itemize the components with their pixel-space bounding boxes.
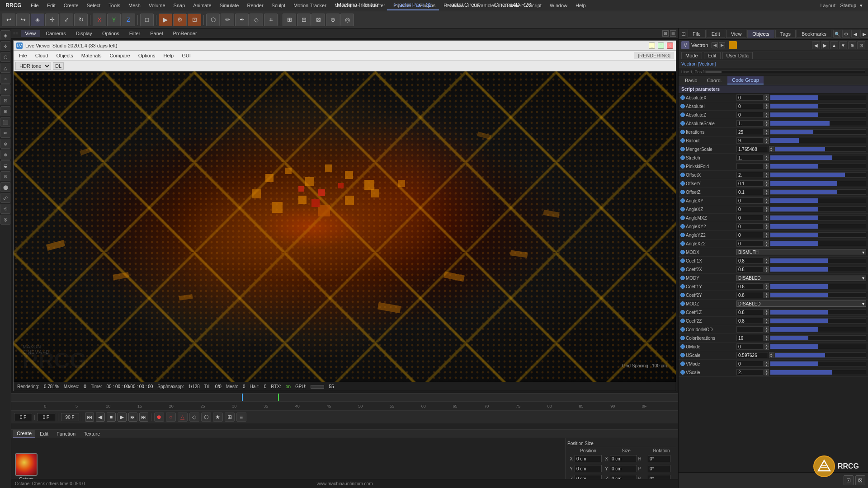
param-coeff2z-slider[interactable] (770, 318, 866, 324)
lv-menu-cloud[interactable]: Cloud (32, 52, 52, 59)
menu-help[interactable]: Help (572, 2, 590, 9)
obj-mode-btn[interactable]: □ (140, 14, 154, 26)
param-anglexz2-input[interactable] (736, 240, 764, 247)
param-down[interactable]: ▾ (764, 347, 769, 350)
param-stretch-input[interactable] (736, 155, 764, 161)
param-up[interactable]: ▴ (764, 326, 769, 329)
menu-snap[interactable]: Snap (170, 2, 189, 9)
rot-h-input[interactable] (648, 455, 670, 462)
tab-fractal-pack[interactable]: Fractal Pack 02 (387, 0, 439, 10)
param-anglexz-slider[interactable] (770, 206, 866, 212)
param-down[interactable]: ▾ (764, 286, 769, 290)
param-up[interactable]: ▴ (764, 292, 769, 295)
param-up[interactable]: ▴ (764, 318, 769, 321)
param-coloriterations-slider[interactable] (770, 335, 866, 341)
param-absolutescale-input[interactable] (736, 120, 764, 127)
param-umode-slider[interactable] (770, 344, 866, 349)
param-absolutei-input[interactable] (736, 103, 764, 109)
lm-14[interactable]: ⟲ (0, 204, 10, 214)
size-x-input[interactable] (610, 455, 637, 462)
param-anglemxz-slider[interactable] (770, 215, 866, 221)
rp-view-tab[interactable]: View (726, 30, 747, 38)
param-down[interactable]: ▾ (764, 226, 769, 230)
param-down[interactable]: ▾ (764, 321, 769, 324)
lm-11[interactable]: ⊙ (0, 171, 10, 181)
param-coloriterations-input[interactable] (736, 335, 764, 341)
lm-move[interactable]: ✛ (0, 41, 10, 51)
param-up[interactable]: ▴ (764, 258, 769, 261)
play-btn[interactable]: ▶ (118, 413, 127, 422)
lv-dl-btn[interactable]: DL (53, 62, 64, 70)
rp-objects-tab[interactable]: Objects (747, 30, 774, 38)
param-vscale-slider[interactable] (770, 370, 866, 375)
lv-menu-objects[interactable]: Objects (52, 52, 76, 59)
param-pinskifold-slider[interactable] (770, 164, 866, 169)
menu-sculpt[interactable]: Sculpt (268, 2, 289, 9)
bt-tab-function[interactable]: Function (53, 430, 79, 437)
param-coeff1x-input[interactable] (736, 258, 764, 264)
param-iterations-slider[interactable] (770, 129, 866, 135)
menu-animate[interactable]: Animate (189, 2, 215, 9)
param-up[interactable]: ▴ (764, 361, 769, 364)
param-absolutei-slider[interactable] (770, 103, 866, 109)
obj-octane[interactable]: Octane (15, 453, 38, 482)
param-down[interactable]: ▾ (764, 192, 769, 195)
rp-nav-right-icon[interactable]: ▶ (860, 30, 868, 38)
lv-menu-help[interactable]: Help (160, 52, 178, 59)
param-down[interactable]: ▾ (764, 338, 769, 341)
param-pinskifold-input[interactable] (736, 163, 764, 169)
param-coeff1z-input[interactable] (736, 309, 764, 315)
param-down[interactable]: ▾ (764, 261, 769, 264)
param-coeff1y-input[interactable] (736, 283, 764, 290)
lm-paint[interactable]: ✏ (0, 128, 10, 138)
param-up[interactable]: ▴ (764, 232, 769, 235)
param-offsety-input[interactable] (736, 180, 764, 187)
tab-cinema4d[interactable]: Cinema4D R20 (487, 0, 538, 10)
param-down[interactable]: ▾ (769, 149, 774, 152)
scale-btn[interactable]: ⤢ (60, 14, 73, 26)
obj-next-btn[interactable]: ▶ (719, 42, 725, 48)
edit-tab[interactable]: Edit (704, 52, 721, 59)
param-up[interactable]: ▴ (764, 369, 769, 372)
lm-8[interactable]: ⊗ (0, 139, 10, 149)
param-up[interactable]: ▴ (764, 163, 769, 166)
lm-10[interactable]: ◒ (0, 160, 10, 170)
layout-dropdown-icon[interactable]: ▾ (860, 3, 863, 9)
rp-nav-left-icon[interactable]: ◀ (851, 30, 859, 38)
extrude-btn[interactable]: ⊞ (283, 14, 296, 26)
timeline-slider[interactable] (11, 394, 678, 402)
pos-x-input[interactable] (575, 455, 602, 462)
rp-tags-tab[interactable]: Tags (775, 30, 796, 38)
param-mengerscale-input[interactable] (736, 146, 768, 152)
param-up[interactable]: ▴ (764, 129, 769, 132)
nav-1[interactable]: ◀ (812, 41, 820, 49)
lm-5[interactable]: ⊡ (0, 95, 10, 105)
param-absolutex-input[interactable] (736, 94, 764, 101)
param-up[interactable]: ▴ (764, 189, 769, 192)
param-up[interactable]: ▴ (764, 240, 769, 244)
param-down[interactable]: ▾ (769, 355, 774, 358)
param-down[interactable]: ▾ (764, 372, 769, 375)
menu-mesh[interactable]: Mesh (125, 2, 144, 9)
loop-cut-btn[interactable]: ◇ (250, 14, 263, 26)
weld-btn[interactable]: ⊛ (326, 14, 340, 26)
param-up[interactable]: ▴ (764, 172, 769, 175)
lm-4[interactable]: ✦ (0, 84, 10, 94)
param-down[interactable]: ▾ (764, 209, 769, 212)
menu-edit[interactable]: Edit (43, 2, 59, 9)
param-up[interactable]: ▴ (764, 223, 769, 226)
lm-2[interactable]: △ (0, 63, 10, 73)
record-pos-btn[interactable]: ○ (166, 413, 176, 422)
menu-simulate[interactable]: Simulate (216, 2, 243, 9)
rp-settings-icon[interactable]: ⚙ (842, 30, 850, 38)
param-up[interactable]: ▴ (764, 180, 769, 183)
lv-maximize-btn[interactable]: □ (658, 42, 664, 49)
param-up[interactable]: ▴ (764, 343, 769, 347)
param-down[interactable]: ▾ (764, 312, 769, 315)
motion-clip-btn[interactable]: ⊞ (225, 413, 235, 422)
param-corridormod-slider[interactable] (770, 327, 866, 332)
param-absolutez-input[interactable] (736, 112, 764, 118)
next-frame-btn[interactable]: ⏭ (128, 413, 137, 422)
lm-3[interactable]: ○ (0, 74, 10, 84)
param-absolutez-up[interactable]: ▴ (764, 112, 769, 115)
